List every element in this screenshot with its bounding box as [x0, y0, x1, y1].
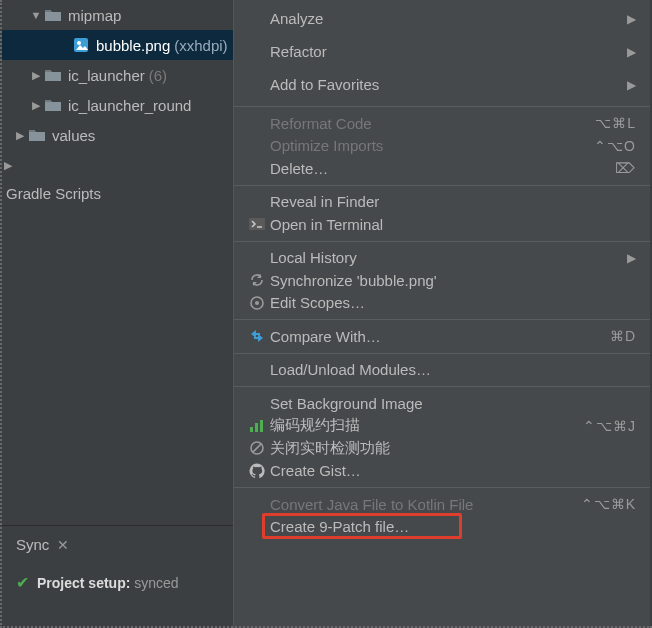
chart-icon: [244, 419, 270, 433]
menu-item[interactable]: 编码规约扫描⌃⌥⌘J: [234, 415, 650, 438]
menu-item-label: Open in Terminal: [270, 216, 636, 233]
sync-tab-label: Sync: [16, 536, 49, 553]
menu-shortcut: ⌦: [615, 160, 636, 176]
menu-item[interactable]: Reveal in Finder: [234, 191, 650, 214]
menu-item[interactable]: Create Gist…: [234, 460, 650, 483]
tree-item[interactable]: ▶ic_launcher_round: [2, 90, 233, 120]
menu-item-label: Create 9-Patch file…: [270, 518, 636, 535]
menu-item-label: Reveal in Finder: [270, 193, 636, 210]
menu-item-label: 关闭实时检测功能: [270, 439, 636, 458]
chevron-down-icon[interactable]: ▼: [30, 9, 42, 21]
svg-rect-2: [249, 218, 265, 230]
menu-item-label: Refactor: [270, 43, 627, 60]
tree-item-label: mipmap: [68, 7, 121, 24]
menu-shortcut: ⌃⌥⌘K: [581, 496, 636, 512]
chevron-right-icon: ▶: [2, 159, 14, 172]
folder-icon: [44, 98, 62, 112]
menu-item[interactable]: 关闭实时检测功能: [234, 437, 650, 460]
tree-root-expander[interactable]: ▶: [2, 150, 233, 180]
tree-item-annotation: (xxhdpi): [174, 37, 227, 54]
compare-icon: [244, 328, 270, 344]
menu-item[interactable]: Local History▶: [234, 247, 650, 270]
menu-separator: [234, 353, 650, 354]
tree-item[interactable]: ▶ic_launcher(6): [2, 60, 233, 90]
menu-separator: [234, 106, 650, 107]
folder-icon: [44, 68, 62, 82]
svg-line-9: [253, 444, 261, 452]
sync-status: ✔ Project setup: synced: [2, 565, 233, 592]
tree-item-label: bubble.png: [96, 37, 170, 54]
menu-item[interactable]: Refactor▶: [234, 35, 650, 68]
menu-item[interactable]: Analyze▶: [234, 2, 650, 35]
menu-item-label: Reformat Code: [270, 115, 595, 132]
menu-separator: [234, 185, 650, 186]
menu-item-label: Set Background Image: [270, 395, 636, 412]
menu-item[interactable]: Create 9-Patch file…: [234, 516, 650, 539]
menu-item-label: Convert Java File to Kotlin File: [270, 496, 581, 513]
tree-item-label: ic_launcher: [68, 67, 145, 84]
menu-item[interactable]: Edit Scopes…: [234, 292, 650, 315]
menu-item[interactable]: Open in Terminal: [234, 213, 650, 236]
checkmark-icon: ✔: [16, 573, 29, 592]
folder-icon: [44, 8, 62, 22]
menu-item[interactable]: Load/Unload Modules…: [234, 359, 650, 382]
github-icon: [244, 463, 270, 479]
terminal-icon: [244, 218, 270, 230]
menu-item-label: Load/Unload Modules…: [270, 361, 636, 378]
chevron-right-icon[interactable]: ▶: [30, 99, 42, 112]
menu-item-label: Synchronize 'bubble.png': [270, 272, 636, 289]
menu-item-label: Analyze: [270, 10, 627, 27]
menu-item-label: Compare With…: [270, 328, 610, 345]
sync-status-label: Project setup:: [37, 575, 130, 591]
menu-item-label: Add to Favorites: [270, 76, 627, 93]
submenu-arrow-icon: ▶: [627, 12, 636, 26]
svg-rect-6: [255, 423, 258, 432]
sync-status-value: synced: [134, 575, 178, 591]
submenu-arrow-icon: ▶: [627, 251, 636, 265]
menu-shortcut: ⌘D: [610, 328, 636, 344]
tree-item-annotation: (6): [149, 67, 167, 84]
menu-shortcut: ⌃⌥O: [594, 138, 636, 154]
menu-item-label: Local History: [270, 249, 627, 266]
svg-rect-5: [250, 427, 253, 432]
folder-icon: [28, 128, 46, 142]
menu-item: Reformat Code⌥⌘L: [234, 112, 650, 135]
menu-separator: [234, 386, 650, 387]
menu-item[interactable]: Delete…⌦: [234, 157, 650, 180]
tree-item[interactable]: bubble.png(xxhdpi): [2, 30, 233, 60]
menu-item-label: 编码规约扫描: [270, 416, 583, 435]
submenu-arrow-icon: ▶: [627, 45, 636, 59]
context-menu: Analyze▶Refactor▶Add to Favorites▶Reform…: [233, 0, 650, 628]
tree-item-label: values: [52, 127, 95, 144]
svg-point-1: [77, 41, 81, 45]
sync-tab[interactable]: Sync ✕: [2, 536, 233, 565]
scope-icon: [244, 295, 270, 311]
gradle-scripts-node[interactable]: Gradle Scripts: [2, 180, 233, 206]
menu-item-label: Edit Scopes…: [270, 294, 636, 311]
menu-item: Optimize Imports⌃⌥O: [234, 135, 650, 158]
menu-item[interactable]: Synchronize 'bubble.png': [234, 269, 650, 292]
sync-panel: Sync ✕ ✔ Project setup: synced: [2, 525, 233, 592]
svg-rect-7: [260, 420, 263, 432]
image-file-icon: [72, 38, 90, 52]
cancel-icon: [244, 440, 270, 456]
menu-item[interactable]: Compare With…⌘D: [234, 325, 650, 348]
tree-item[interactable]: ▼mipmap: [2, 0, 233, 30]
menu-item-label: Optimize Imports: [270, 137, 594, 154]
sync-icon: [244, 272, 270, 288]
close-icon[interactable]: ✕: [57, 537, 69, 553]
menu-separator: [234, 487, 650, 488]
menu-item[interactable]: Set Background Image: [234, 392, 650, 415]
tree-item[interactable]: ▶values: [2, 120, 233, 150]
menu-shortcut: ⌥⌘L: [595, 115, 636, 131]
submenu-arrow-icon: ▶: [627, 78, 636, 92]
menu-item[interactable]: Add to Favorites▶: [234, 68, 650, 101]
tree-item-label: ic_launcher_round: [68, 97, 191, 114]
chevron-right-icon[interactable]: ▶: [30, 69, 42, 82]
menu-item-label: Delete…: [270, 160, 615, 177]
menu-separator: [234, 319, 650, 320]
menu-item-label: Create Gist…: [270, 462, 636, 479]
menu-shortcut: ⌃⌥⌘J: [583, 418, 636, 434]
gradle-scripts-label: Gradle Scripts: [6, 185, 101, 202]
chevron-right-icon[interactable]: ▶: [14, 129, 26, 142]
